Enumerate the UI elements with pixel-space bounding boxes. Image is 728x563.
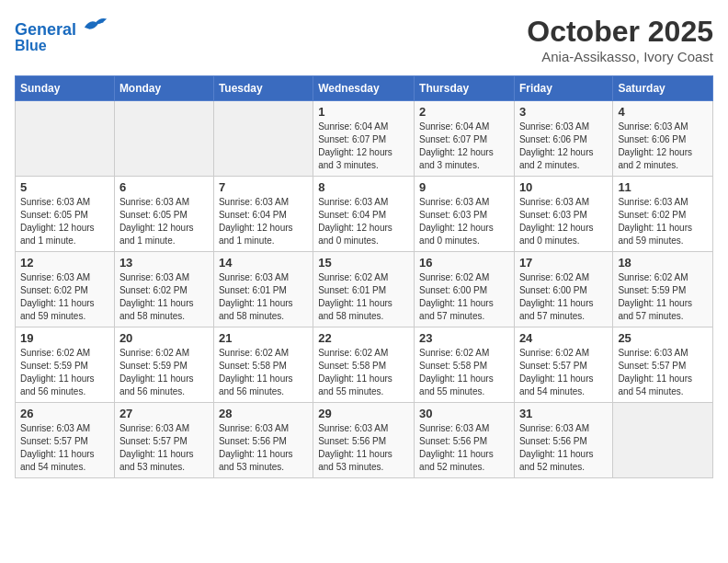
day-info: Sunrise: 6:03 AM Sunset: 6:03 PM Dayligh… xyxy=(419,196,509,247)
day-info: Sunrise: 6:02 AM Sunset: 6:00 PM Dayligh… xyxy=(419,271,509,323)
day-info: Sunrise: 6:02 AM Sunset: 5:58 PM Dayligh… xyxy=(318,347,409,398)
day-info: Sunrise: 6:02 AM Sunset: 5:59 PM Dayligh… xyxy=(119,347,209,398)
day-number: 13 xyxy=(119,256,209,270)
day-number: 12 xyxy=(20,256,109,270)
day-number: 31 xyxy=(519,407,608,420)
day-number: 9 xyxy=(419,180,509,194)
col-header-sunday: Sunday xyxy=(16,76,115,101)
day-info: Sunrise: 6:04 AM Sunset: 6:07 PM Dayligh… xyxy=(318,121,409,172)
day-number: 5 xyxy=(20,180,109,194)
day-info: Sunrise: 6:03 AM Sunset: 6:05 PM Dayligh… xyxy=(119,196,209,247)
logo-blue: Blue xyxy=(15,38,108,54)
col-header-monday: Monday xyxy=(114,76,213,101)
day-number: 30 xyxy=(419,407,509,420)
calendar-cell: 16Sunrise: 6:02 AM Sunset: 6:00 PM Dayli… xyxy=(415,252,515,327)
calendar-cell: 23Sunrise: 6:02 AM Sunset: 5:58 PM Dayli… xyxy=(415,327,515,403)
day-info: Sunrise: 6:03 AM Sunset: 6:02 PM Dayligh… xyxy=(618,196,708,247)
day-number: 7 xyxy=(219,180,308,194)
calendar-cell xyxy=(613,403,713,478)
day-number: 16 xyxy=(419,256,509,270)
location-title: Ania-Assikasso, Ivory Coast xyxy=(527,49,713,64)
logo-bird-icon xyxy=(83,15,108,35)
day-number: 8 xyxy=(318,180,409,194)
day-number: 14 xyxy=(219,256,308,270)
calendar-cell: 14Sunrise: 6:03 AM Sunset: 6:01 PM Dayli… xyxy=(213,252,313,327)
calendar-cell: 18Sunrise: 6:02 AM Sunset: 5:59 PM Dayli… xyxy=(613,252,713,327)
calendar-week-1: 1Sunrise: 6:04 AM Sunset: 6:07 PM Daylig… xyxy=(16,101,713,177)
day-number: 11 xyxy=(618,180,708,194)
calendar-cell: 7Sunrise: 6:03 AM Sunset: 6:04 PM Daylig… xyxy=(213,177,313,252)
day-number: 4 xyxy=(618,105,708,119)
calendar-cell: 22Sunrise: 6:02 AM Sunset: 5:58 PM Dayli… xyxy=(313,327,415,403)
day-number: 21 xyxy=(219,331,308,345)
day-number: 26 xyxy=(20,407,109,420)
day-number: 17 xyxy=(519,256,608,270)
page-header: General Blue October 2025 Ania-Assikasso… xyxy=(15,15,713,64)
day-info: Sunrise: 6:03 AM Sunset: 6:06 PM Dayligh… xyxy=(618,121,708,172)
day-number: 10 xyxy=(519,180,608,194)
day-info: Sunrise: 6:03 AM Sunset: 5:56 PM Dayligh… xyxy=(519,422,608,474)
calendar-cell: 1Sunrise: 6:04 AM Sunset: 6:07 PM Daylig… xyxy=(313,101,415,177)
calendar-cell: 20Sunrise: 6:02 AM Sunset: 5:59 PM Dayli… xyxy=(114,327,213,403)
day-info: Sunrise: 6:03 AM Sunset: 5:57 PM Dayligh… xyxy=(618,347,708,398)
calendar-cell: 10Sunrise: 6:03 AM Sunset: 6:03 PM Dayli… xyxy=(514,177,612,252)
calendar-cell: 27Sunrise: 6:03 AM Sunset: 5:57 PM Dayli… xyxy=(114,403,213,478)
calendar-cell: 13Sunrise: 6:03 AM Sunset: 6:02 PM Dayli… xyxy=(114,252,213,327)
day-number: 3 xyxy=(519,105,608,119)
day-info: Sunrise: 6:02 AM Sunset: 5:59 PM Dayligh… xyxy=(618,271,708,323)
day-number: 25 xyxy=(618,331,708,345)
calendar-cell: 9Sunrise: 6:03 AM Sunset: 6:03 PM Daylig… xyxy=(415,177,515,252)
day-info: Sunrise: 6:04 AM Sunset: 6:07 PM Dayligh… xyxy=(419,121,509,172)
day-number: 27 xyxy=(119,407,209,420)
calendar-cell: 31Sunrise: 6:03 AM Sunset: 5:56 PM Dayli… xyxy=(514,403,612,478)
calendar-cell: 29Sunrise: 6:03 AM Sunset: 5:56 PM Dayli… xyxy=(313,403,415,478)
calendar-cell: 2Sunrise: 6:04 AM Sunset: 6:07 PM Daylig… xyxy=(415,101,515,177)
col-header-saturday: Saturday xyxy=(613,76,713,101)
day-info: Sunrise: 6:02 AM Sunset: 5:58 PM Dayligh… xyxy=(419,347,509,398)
calendar-cell: 6Sunrise: 6:03 AM Sunset: 6:05 PM Daylig… xyxy=(114,177,213,252)
calendar-cell: 26Sunrise: 6:03 AM Sunset: 5:57 PM Dayli… xyxy=(16,403,115,478)
calendar-table: SundayMondayTuesdayWednesdayThursdayFrid… xyxy=(15,75,713,478)
day-info: Sunrise: 6:03 AM Sunset: 5:56 PM Dayligh… xyxy=(318,422,409,474)
calendar-cell: 28Sunrise: 6:03 AM Sunset: 5:56 PM Dayli… xyxy=(213,403,313,478)
day-number: 2 xyxy=(419,105,509,119)
col-header-tuesday: Tuesday xyxy=(213,76,313,101)
day-number: 19 xyxy=(20,331,109,345)
day-info: Sunrise: 6:02 AM Sunset: 6:01 PM Dayligh… xyxy=(318,271,409,323)
calendar-week-2: 5Sunrise: 6:03 AM Sunset: 6:05 PM Daylig… xyxy=(16,177,713,252)
calendar-cell: 5Sunrise: 6:03 AM Sunset: 6:05 PM Daylig… xyxy=(16,177,115,252)
day-info: Sunrise: 6:03 AM Sunset: 6:06 PM Dayligh… xyxy=(519,121,608,172)
day-info: Sunrise: 6:03 AM Sunset: 5:57 PM Dayligh… xyxy=(20,422,109,474)
calendar-cell: 12Sunrise: 6:03 AM Sunset: 6:02 PM Dayli… xyxy=(16,252,115,327)
day-info: Sunrise: 6:03 AM Sunset: 6:04 PM Dayligh… xyxy=(219,196,308,247)
day-info: Sunrise: 6:03 AM Sunset: 6:04 PM Dayligh… xyxy=(318,196,409,247)
calendar-cell xyxy=(114,101,213,177)
day-number: 24 xyxy=(519,331,608,345)
calendar-week-3: 12Sunrise: 6:03 AM Sunset: 6:02 PM Dayli… xyxy=(16,252,713,327)
calendar-cell: 21Sunrise: 6:02 AM Sunset: 5:58 PM Dayli… xyxy=(213,327,313,403)
calendar-header-row: SundayMondayTuesdayWednesdayThursdayFrid… xyxy=(16,76,713,101)
day-number: 20 xyxy=(119,331,209,345)
day-number: 6 xyxy=(119,180,209,194)
day-info: Sunrise: 6:02 AM Sunset: 5:59 PM Dayligh… xyxy=(20,347,109,398)
col-header-friday: Friday xyxy=(514,76,612,101)
calendar-week-5: 26Sunrise: 6:03 AM Sunset: 5:57 PM Dayli… xyxy=(16,403,713,478)
logo-text: General xyxy=(15,15,108,40)
calendar-cell: 8Sunrise: 6:03 AM Sunset: 6:04 PM Daylig… xyxy=(313,177,415,252)
day-info: Sunrise: 6:03 AM Sunset: 5:56 PM Dayligh… xyxy=(419,422,509,474)
calendar-cell: 15Sunrise: 6:02 AM Sunset: 6:01 PM Dayli… xyxy=(313,252,415,327)
title-block: October 2025 Ania-Assikasso, Ivory Coast xyxy=(527,15,713,64)
calendar-cell: 30Sunrise: 6:03 AM Sunset: 5:56 PM Dayli… xyxy=(415,403,515,478)
day-number: 1 xyxy=(318,105,409,119)
day-number: 23 xyxy=(419,331,509,345)
calendar-cell: 17Sunrise: 6:02 AM Sunset: 6:00 PM Dayli… xyxy=(514,252,612,327)
day-number: 29 xyxy=(318,407,409,420)
day-info: Sunrise: 6:02 AM Sunset: 5:58 PM Dayligh… xyxy=(219,347,308,398)
day-info: Sunrise: 6:03 AM Sunset: 6:03 PM Dayligh… xyxy=(519,196,608,247)
calendar-cell: 11Sunrise: 6:03 AM Sunset: 6:02 PM Dayli… xyxy=(613,177,713,252)
calendar-cell xyxy=(16,101,115,177)
logo: General Blue xyxy=(15,15,108,53)
calendar-cell: 3Sunrise: 6:03 AM Sunset: 6:06 PM Daylig… xyxy=(514,101,612,177)
col-header-thursday: Thursday xyxy=(415,76,515,101)
day-number: 18 xyxy=(618,256,708,270)
